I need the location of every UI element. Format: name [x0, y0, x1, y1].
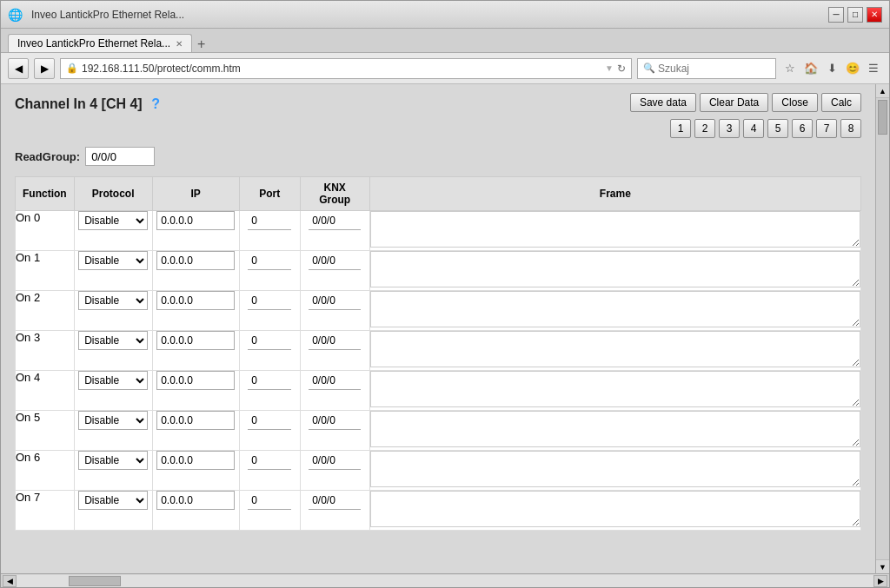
ip-input-1[interactable] [156, 251, 235, 270]
page-button-8[interactable]: 8 [840, 119, 861, 138]
protocol-select-1[interactable]: DisableUDPTCPKNX [78, 251, 148, 270]
port-input-4[interactable] [248, 371, 291, 390]
scroll-horizontal-thumb[interactable] [69, 576, 121, 586]
page-button-4[interactable]: 4 [743, 119, 764, 138]
port-input-5[interactable] [248, 411, 291, 430]
col-header-protocol: Protocol [74, 177, 152, 211]
ip-input-0[interactable] [156, 211, 235, 230]
download-icon[interactable]: ⬇ [823, 60, 840, 77]
frame-textarea-5[interactable] [370, 411, 860, 447]
function-cell-5: On 5 [16, 411, 75, 451]
close-button[interactable]: Close [772, 93, 818, 112]
page-buttons-row: 12345678 [670, 119, 861, 138]
protocol-select-3[interactable]: DisableUDPTCPKNX [78, 331, 148, 350]
frame-cell-7 [369, 491, 860, 531]
port-input-3[interactable] [248, 331, 291, 350]
protocol-select-6[interactable]: DisableUDPTCPKNX [78, 451, 148, 470]
home-icon[interactable]: 🏠 [802, 60, 820, 77]
knx-input-4[interactable] [309, 371, 361, 390]
page-button-5[interactable]: 5 [767, 119, 788, 138]
scrollbar-right[interactable]: ▲ ▼ [875, 84, 889, 573]
page-button-2[interactable]: 2 [694, 119, 715, 138]
back-button[interactable]: ◀ [8, 58, 29, 79]
knx-input-6[interactable] [309, 451, 361, 470]
ip-input-5[interactable] [156, 411, 235, 430]
knx-input-1[interactable] [309, 251, 361, 270]
address-bar[interactable]: 🔒 192.168.111.50/protect/comm.htm ▼ ↻ [60, 58, 632, 79]
protocol-select-5[interactable]: DisableUDPTCPKNX [78, 411, 148, 430]
port-cell-0 [239, 211, 300, 251]
ip-input-3[interactable] [156, 331, 235, 350]
table-row: On 1DisableUDPTCPKNX [16, 251, 861, 291]
maximize-button[interactable]: □ [847, 7, 863, 23]
new-tab-button[interactable]: + [192, 36, 210, 52]
clear-data-button[interactable]: Clear Data [700, 93, 768, 112]
port-input-2[interactable] [248, 291, 291, 310]
knx-input-7[interactable] [309, 491, 361, 510]
page-button-3[interactable]: 3 [719, 119, 740, 138]
action-buttons-row: Save data Clear Data Close Calc [630, 93, 861, 112]
search-input[interactable] [658, 63, 770, 75]
frame-textarea-0[interactable] [370, 211, 860, 248]
port-input-6[interactable] [248, 451, 291, 470]
scroll-track[interactable] [876, 98, 889, 559]
protocol-select-0[interactable]: DisableUDPTCPKNX [78, 211, 148, 230]
frame-textarea-3[interactable] [370, 331, 860, 367]
minimize-button[interactable]: ─ [828, 7, 844, 23]
protocol-cell-2: DisableUDPTCPKNX [74, 291, 152, 331]
port-input-0[interactable] [248, 211, 291, 230]
window-close-button[interactable]: ✕ [867, 7, 882, 23]
port-input-1[interactable] [248, 251, 291, 270]
frame-textarea-7[interactable] [370, 491, 860, 527]
frame-textarea-4[interactable] [370, 371, 860, 407]
help-icon[interactable]: ? [151, 96, 160, 111]
page-button-1[interactable]: 1 [670, 119, 691, 138]
ip-cell-4 [152, 371, 239, 411]
scroll-thumb[interactable] [878, 100, 887, 135]
port-cell-6 [239, 451, 300, 491]
knx-input-2[interactable] [309, 291, 361, 310]
frame-textarea-1[interactable] [370, 251, 860, 287]
ip-input-2[interactable] [156, 291, 235, 310]
knx-input-0[interactable] [309, 211, 361, 230]
page-button-7[interactable]: 7 [816, 119, 837, 138]
ip-input-6[interactable] [156, 451, 235, 470]
port-cell-7 [239, 491, 300, 531]
scroll-left-button[interactable]: ◀ [3, 575, 17, 587]
search-bar[interactable]: 🔍 [637, 58, 776, 79]
protocol-select-4[interactable]: DisableUDPTCPKNX [78, 371, 148, 390]
knx-cell-2 [300, 291, 369, 331]
save-data-button[interactable]: Save data [630, 93, 696, 112]
frame-textarea-6[interactable] [370, 451, 860, 487]
protocol-cell-4: DisableUDPTCPKNX [74, 371, 152, 411]
knx-cell-1 [300, 251, 369, 291]
knx-input-3[interactable] [309, 331, 361, 350]
protocol-select-2[interactable]: DisableUDPTCPKNX [78, 291, 148, 310]
page-inner: Channel In 4 [CH 4] ? Save data Clear Da… [1, 84, 875, 539]
calc-button[interactable]: Calc [821, 93, 861, 112]
active-tab[interactable]: Inveo LantickPro Ethernet Rela... ✕ [8, 34, 192, 52]
table-row: On 3DisableUDPTCPKNX [16, 331, 861, 371]
menu-icon[interactable]: ☰ [865, 60, 882, 77]
readgroup-input[interactable] [85, 147, 155, 166]
ip-input-7[interactable] [156, 491, 235, 510]
refresh-icon[interactable]: ↻ [617, 63, 626, 75]
scrollbar-bottom[interactable]: ◀ ▶ [1, 573, 889, 587]
scroll-down-button[interactable]: ▼ [876, 559, 889, 573]
page-button-6[interactable]: 6 [792, 119, 813, 138]
ip-input-4[interactable] [156, 371, 235, 390]
port-input-7[interactable] [248, 491, 291, 510]
knx-input-5[interactable] [309, 411, 361, 430]
protocol-select-7[interactable]: DisableUDPTCPKNX [78, 491, 148, 510]
bookmark-icon[interactable]: ☆ [781, 60, 799, 77]
scroll-horizontal-track[interactable] [17, 575, 873, 587]
search-icon: 🔍 [643, 63, 655, 74]
scroll-right-button[interactable]: ▶ [873, 575, 887, 587]
scroll-up-button[interactable]: ▲ [876, 84, 889, 98]
forward-button[interactable]: ▶ [34, 58, 55, 79]
user-icon[interactable]: 😊 [844, 60, 861, 77]
tab-close-icon[interactable]: ✕ [176, 39, 183, 49]
data-table: Function Protocol IP Port KNX Group Fram… [15, 176, 861, 531]
frame-textarea-2[interactable] [370, 291, 860, 327]
ip-cell-7 [152, 491, 239, 531]
